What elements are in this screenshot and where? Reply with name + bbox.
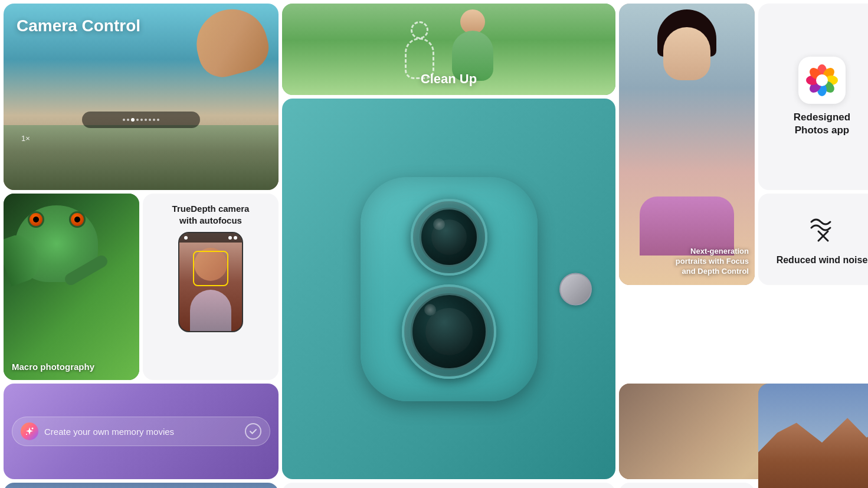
slider-dot: [153, 119, 155, 121]
truedepth-title-line1: TrueDepth camera: [172, 204, 250, 214]
photos-app-tile: Redesigned Photos app: [758, 4, 868, 190]
slider-dot: [140, 119, 143, 121]
main-lens-inner: [411, 293, 487, 370]
truedepth-title: TrueDepth camera with autofocus: [172, 203, 250, 226]
memory-ai-icon: [21, 423, 38, 440]
flash-module: [559, 273, 592, 305]
slider-dot-active: [131, 118, 135, 122]
body-in-phone: [190, 290, 231, 331]
truedepth-title-line2: with autofocus: [179, 215, 242, 225]
portrait-face: [663, 27, 710, 80]
slider-dot: [157, 119, 159, 121]
status-dot: [184, 236, 188, 240]
building-silhouette: [654, 399, 702, 458]
status-dot-2: [228, 236, 232, 240]
svg-point-14: [26, 434, 27, 435]
ultrawide-bg: [4, 483, 279, 488]
macro-photography-tile: Macro photography: [4, 194, 139, 380]
pause-video-tile: Pause video recording: [619, 483, 755, 488]
photos-app-label-line2: Photos app: [795, 125, 850, 136]
lens-reflection: [433, 218, 445, 230]
finger-illustration: [189, 4, 274, 83]
main-lens-reflection: [424, 304, 436, 316]
zoom-slider: [82, 112, 200, 128]
cleanup-tile: Clean Up: [282, 4, 615, 95]
four-lenses-tile: 🌼 0.5× 1× 2× Four lenses in your pocket: [282, 483, 615, 488]
phone-status-bar: [179, 233, 242, 243]
main-camera-tile: [282, 99, 615, 479]
phone-mockup: [178, 232, 243, 332]
head-outline: [411, 21, 428, 39]
photos-flower-icon: [805, 64, 838, 97]
photos-app-label: Redesigned Photos app: [794, 111, 850, 137]
landscape-bg: [4, 125, 279, 190]
wide-angle-lens: [411, 199, 487, 276]
status-indicators: [228, 236, 237, 240]
face-detection-box: [193, 251, 228, 286]
photos-app-label-line1: Redesigned: [794, 112, 850, 123]
wind-icon-svg: [807, 212, 837, 243]
portraits-label-2: portraits with Focus: [676, 257, 749, 266]
wind-noise-label: Reduced wind noise: [777, 254, 868, 267]
wind-noise-tile: Reduced wind noise: [758, 194, 868, 285]
slider-dots: [123, 118, 159, 122]
memory-check-button[interactable]: [245, 423, 261, 440]
status-dot-3: [234, 236, 237, 240]
camera-control-tile: Camera Control 1×: [4, 4, 279, 190]
portraits-label: Next-generation portraits with Focus and…: [676, 247, 749, 277]
svg-point-13: [32, 428, 34, 430]
memory-input-text: Create your own memory movies: [44, 427, 239, 437]
camera-lens-module: [361, 177, 538, 401]
frog-eye-left: [28, 211, 44, 228]
slider-dot: [149, 119, 151, 121]
ultrawide-tile: New Ultra Wide with autofocus: [4, 483, 279, 488]
macro-photography-label: Macro photography: [12, 362, 94, 372]
lens-inner-ring: [420, 208, 479, 267]
svg-point-10: [816, 74, 828, 86]
slider-dot: [145, 119, 147, 121]
ai-sparkle-icon: [24, 426, 35, 437]
camera-control-title: Camera Control: [17, 17, 140, 35]
phone-screen: [179, 233, 242, 331]
wind-icon: [807, 212, 837, 248]
slider-dot: [127, 119, 129, 121]
memory-movies-tile: Create your own memory movies: [4, 384, 279, 479]
check-icon: [249, 427, 257, 435]
zoom-label: 1×: [21, 134, 30, 143]
frog-eye-right: [69, 211, 86, 228]
portraits-label-1: Next-generation: [690, 247, 749, 256]
main-lens: [402, 284, 496, 379]
photos-app-icon: [798, 57, 846, 104]
truedepth-tile: TrueDepth camera with autofocus: [143, 194, 279, 380]
fusion-camera-tile: 48MP Fusion camera with 2× Telephoto: [758, 384, 868, 488]
slider-dot: [136, 119, 139, 121]
slider-dot: [123, 119, 125, 121]
portraits-tile: Next-generation portraits with Focus and…: [619, 4, 755, 285]
cleanup-label: Clean Up: [421, 71, 477, 87]
portraits-label-3: and Depth Control: [682, 267, 749, 276]
memory-input-bar[interactable]: Create your own memory movies: [12, 417, 270, 446]
camera-body: [282, 99, 615, 479]
